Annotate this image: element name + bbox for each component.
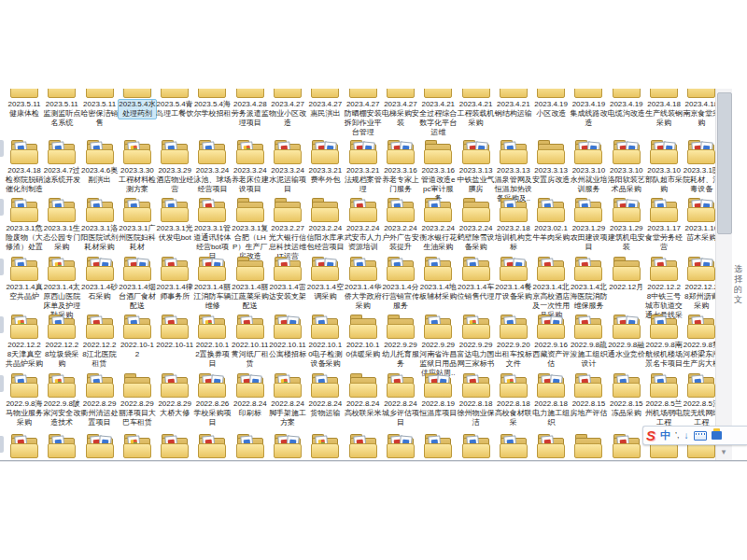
explorer-file-area[interactable]: 2023.5.11健康体检2023.5.11监测监听点名系统2023.5.11哈… [0, 89, 715, 460]
folder-item[interactable]: 2023.5.4青岛理工餐饮 [156, 89, 193, 137]
scrollbar-thumb[interactable] [717, 92, 732, 234]
folder-item[interactable]: 2023.4.27惠民演出 [306, 89, 344, 137]
folder-item-selected[interactable]: 2023.5.4水处理药剂 [119, 89, 156, 137]
folder-item[interactable]: 2023.3.29酒店物业经营 [156, 138, 193, 203]
folder-item[interactable] [532, 432, 570, 460]
folder-item[interactable]: 2023.3.30工程材料检测方案 [119, 138, 156, 203]
folder-item[interactable]: 2023.4.7过滤系统开发 [43, 138, 80, 203]
folder-item[interactable]: 2023.3.24泳池、球场经营项目 [193, 138, 231, 203]
folder-item[interactable]: 2023.3.1复合肥（LHP）生产厂房改造 [232, 196, 269, 261]
punctuation-mode-icon[interactable]: ’, [675, 431, 680, 440]
folder-item[interactable]: 2023.3.24养老床位建设项目 [232, 138, 269, 203]
folder-item[interactable]: 2023.3.10部队超市采购 [645, 138, 683, 203]
folder-item[interactable]: 2022.12.28天津真空共晶炉采购 [6, 313, 43, 378]
folder-item[interactable]: 2022.8.19恒温库项目 [419, 371, 457, 427]
folder-item[interactable]: 2023.3.13中铁盐业气膜房 [458, 138, 495, 203]
folder-item[interactable] [193, 432, 231, 460]
folder-item[interactable] [608, 432, 645, 460]
folder-item[interactable]: 2023.3.1危险废物（大修渣）处置 [6, 196, 43, 261]
folder-item[interactable]: 2023.3.1医院耗材、消毒设备 [683, 138, 715, 203]
folder-item[interactable]: 2022.9.8陂家河安全改造技术 [43, 371, 80, 427]
folder-item[interactable]: 2023.4.27物业小区改造 [269, 89, 306, 137]
folder-item[interactable]: 2023.3.1洛阳医院试剂耗材采购 [81, 196, 119, 261]
folder-item[interactable]: 2022.8.18电力施工组织 [532, 371, 570, 427]
folder-item[interactable]: 2023.4.18南京食堂采购 [683, 89, 715, 137]
folder-item[interactable]: 2022.10.10供暖采购 [345, 313, 382, 378]
folder-item[interactable]: 2022.9.20出租车投标文件 [495, 313, 532, 378]
folder-item[interactable]: 2023.1.29农田建设项目 [570, 196, 607, 261]
folder-item[interactable] [43, 432, 80, 460]
folder-item[interactable]: 2023.2.24户外广告安装提升 [382, 196, 419, 261]
folder-item[interactable]: 2022.8.5法院无线网络工程 [683, 371, 715, 427]
folder-item[interactable] [345, 432, 382, 460]
folder-item[interactable] [570, 432, 607, 460]
folder-item[interactable]: 2022.8.15房地产评估 [570, 371, 607, 427]
folder-item[interactable]: 2023.5.4海尔学校招租 [193, 89, 231, 137]
vertical-scrollbar[interactable]: ▾ [715, 89, 732, 460]
folder-item[interactable]: 2022.10-11 [156, 313, 193, 378]
folder-item[interactable]: 2023.2.18培训机构竞标 [495, 196, 532, 261]
folder-item[interactable]: 2022.12.28垃圾袋采购 [43, 313, 80, 378]
folder-item[interactable]: 2022.10.10电子检测设备采购 [306, 313, 344, 378]
folder-item[interactable]: 2023.2.24鹤壁除雪设备采购 [458, 196, 495, 261]
folder-item[interactable]: 2022.8.29衢州清运处置项目 [81, 371, 119, 427]
folder-item[interactable]: 2022.8.24印刷标 [232, 371, 269, 427]
folder-item[interactable] [382, 432, 419, 460]
folder-item[interactable]: 2023.3.13安置房改造 [532, 138, 570, 203]
sogou-logo-icon[interactable]: S [646, 428, 655, 442]
folder-item[interactable]: 2023.3.16管道改造epc审计服务 [419, 138, 457, 203]
folder-item[interactable]: 2022.8.15冻品采购 [608, 371, 645, 427]
folder-item[interactable]: 2022.9.29幼儿托育服务 [382, 313, 419, 378]
chinese-english-toggle-icon[interactable]: 中 [660, 430, 670, 441]
folder-item[interactable]: 2022.8.26学校采购项目 [193, 371, 231, 427]
folder-item[interactable]: 2023.2.24武安市人力资源培训 [345, 196, 382, 261]
folder-item[interactable]: 2022.9.29富达电力国网三家标书 [458, 313, 495, 378]
folder-item[interactable]: 2022.9.8融通水业竞价 [608, 313, 645, 378]
folder-item[interactable]: 2023.4.19电缆沟改造 [608, 89, 645, 137]
folder-item[interactable]: 2023.3.24水泥运输项目 [269, 138, 306, 203]
folder-item[interactable]: 2023.3.13温泉管网及恒温加热设备采购及.. [495, 138, 532, 203]
folder-item[interactable]: 2022.10.11黄河纸厂租赁 [232, 313, 269, 378]
folder-item[interactable]: 2023.3.10永州就业培训服务 [570, 138, 607, 203]
folder-item[interactable]: 2023.5.11健康体检 [6, 89, 43, 137]
folder-item[interactable]: 2023.4.21工程装载机采购 [458, 89, 495, 137]
folder-item[interactable]: 2023.3.21费率外包 [306, 138, 344, 203]
folder-item[interactable] [269, 432, 306, 460]
folder-item[interactable]: 2023.3.1广州医院妇科耗材 [119, 196, 156, 261]
folder-item[interactable]: 2023.1.10苗木采购 [683, 196, 715, 261]
folder-item[interactable] [419, 432, 457, 460]
folder-item[interactable] [81, 432, 119, 460]
folder-item[interactable] [6, 432, 43, 460]
folder-item[interactable]: 2023.4.18生产线装钢采购 [645, 89, 683, 137]
folder-item[interactable]: 2023.4.6奥副演出 [81, 138, 119, 203]
folder-item[interactable]: 2023.3.10洛阳软装艺术品采购 [608, 138, 645, 203]
folder-item[interactable]: 2022.9.8海马物业服务采购 [6, 371, 43, 427]
folder-item[interactable] [458, 432, 495, 460]
folder-item[interactable]: 2022.10.11公寓楼招标 [269, 313, 306, 378]
folder-item[interactable]: 2022.9.8南航候机楼场景名卡项目 [645, 313, 683, 378]
folder-item[interactable]: 2022.8.29丽泽项目大巴车租赁 [119, 371, 156, 427]
folder-item[interactable]: 2022.8.24货物运输 [306, 371, 344, 427]
folder-item[interactable]: 2023.1.29建筑机电安装 [608, 196, 645, 261]
folder-item[interactable]: 2022.8.5兰州机场弱电工程 [645, 371, 683, 427]
folder-item[interactable]: 2022.8.29大桥大修 [156, 371, 193, 427]
folder-item[interactable]: 2023.2.24衡水银行花生油采购 [419, 196, 457, 261]
folder-item[interactable] [495, 432, 532, 460]
folder-item[interactable]: 2023.4.27防晒棚安装拆卸作业平台管理 [345, 89, 382, 137]
soft-keyboard-icon[interactable] [694, 431, 707, 441]
folder-item[interactable]: 2023.4.21钢结构运输 [495, 89, 532, 137]
folder-item[interactable] [306, 432, 344, 460]
toolbox-icon[interactable] [712, 431, 722, 440]
folder-item[interactable]: 2023.2.24信阳水库承包经营项目 [306, 196, 344, 261]
folder-item[interactable]: 2023.3.16养老专家上门服务 [382, 138, 419, 203]
folder-item[interactable]: 2023.1.17食堂劳务经营 [645, 196, 683, 261]
folder-item[interactable]: 2022.10-12 [119, 313, 156, 378]
folder-item[interactable]: 2023.3.21法规档案管理 [345, 138, 382, 203]
folder-item[interactable]: 2023.5.11监测监听点名系统 [43, 89, 80, 137]
folder-item[interactable]: 2023.5.11哈密保洁销售 [81, 89, 119, 137]
folder-item[interactable]: 2023.4.19集成线路改造 [570, 89, 607, 137]
folder-item[interactable]: 2023.4.28劳务派遣监理项目 [232, 89, 269, 137]
folder-item[interactable]: 2022.8.24脚手架施工方案 [269, 371, 306, 427]
folder-item[interactable]: 2023.3.1生态公园专门采购 [43, 196, 80, 261]
folder-item[interactable]: 2023.2.27光大银行信息科技运维IT运营 [269, 196, 306, 261]
